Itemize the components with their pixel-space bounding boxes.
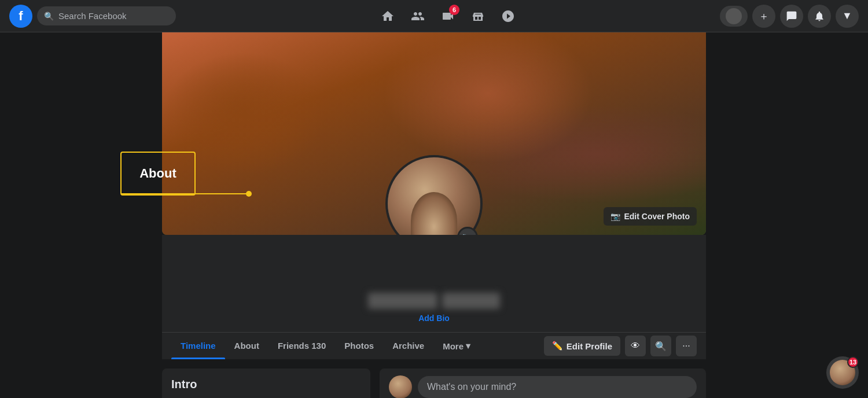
search-bar[interactable]: 🔍 [37,6,176,25]
search-input[interactable] [58,11,169,21]
right-column: What's on your mind? 🎥 Live Video 🖼 Phot… [380,368,706,398]
pencil-icon: ✏️ [552,341,563,351]
tab-timeline[interactable]: Timeline [171,333,225,359]
nav-marketplace-button[interactable] [464,2,492,30]
profile-info-section: Add Bio [162,264,706,332]
tab-photos[interactable]: Photos [335,333,383,359]
nav-right: ＋ ▼ [720,5,859,28]
eye-icon: 👁 [631,341,640,351]
camera-icon: 📷 [610,212,620,221]
main-content: 📷 Edit Cover Photo 📷 Add Bio Timelin [0,32,868,398]
profile-body: Intro 🎓 🏢 📍 [162,368,706,398]
post-input-field[interactable]: What's on your mind? [418,376,697,398]
nav-friends-button[interactable] [404,2,432,30]
ellipsis-icon: ··· [682,341,690,351]
menu-button[interactable]: ▼ [836,5,859,28]
profile-last-name [442,293,500,309]
video-badge: 6 [449,5,459,15]
search-profile-icon: 🔍 [655,341,667,352]
chevron-down-icon: ▾ [466,341,470,351]
profile-avatar [385,155,483,235]
profile-first-name [368,293,437,309]
search-profile-button[interactable]: 🔍 [650,336,671,356]
left-column: Intro 🎓 🏢 📍 [162,368,370,398]
profile-avatar-container: 📷 [385,155,483,235]
nav-groups-button[interactable] [494,2,522,30]
messenger-button[interactable] [780,5,803,28]
tab-archive[interactable]: Archive [383,333,433,359]
post-avatar [389,375,412,398]
cover-photo: 📷 Edit Cover Photo 📷 [162,32,706,235]
cover-area: 📷 Edit Cover Photo 📷 [0,32,868,235]
create-post-card: What's on your mind? 🎥 Live Video 🖼 Phot… [380,368,706,398]
notifications-button[interactable] [808,5,831,28]
nav-left: f 🔍 [9,5,176,28]
profile-chip-avatar [726,8,742,24]
view-as-button[interactable]: 👁 [625,336,646,356]
edit-profile-button[interactable]: ✏️ Edit Profile [544,336,620,356]
profile-avatar-image [388,157,480,235]
tab-about[interactable]: About [225,333,269,359]
edit-cover-photo-button[interactable]: 📷 Edit Cover Photo [604,207,697,226]
facebook-logo[interactable]: f [9,5,32,28]
nav-video-button[interactable]: 6 [434,2,462,30]
nav-center: 6 [176,2,720,30]
post-input-row: What's on your mind? [389,375,697,398]
tab-friends[interactable]: Friends 130 [269,333,335,359]
profile-tabs: Timeline About Friends 130 Photos Archiv… [162,332,706,359]
add-bio-button[interactable]: Add Bio [418,314,450,323]
intro-title: Intro [171,378,361,391]
top-navigation: f 🔍 6 ＋ ▼ [0,0,868,32]
tab-more[interactable]: More ▾ [433,333,480,359]
nav-home-button[interactable] [374,2,402,30]
messenger-badge: 13 [847,356,859,368]
messenger-chat-button[interactable]: 13 [826,356,859,389]
tabs-left: Timeline About Friends 130 Photos Archiv… [171,333,480,359]
profile-chip[interactable] [720,6,748,27]
profile-name [368,293,500,309]
create-button[interactable]: ＋ [752,5,775,28]
intro-card: Intro 🎓 🏢 📍 [162,368,370,398]
search-icon: 🔍 [44,12,54,21]
more-options-button[interactable]: ··· [676,336,697,356]
tabs-right: ✏️ Edit Profile 👁 🔍 ··· [544,336,697,356]
